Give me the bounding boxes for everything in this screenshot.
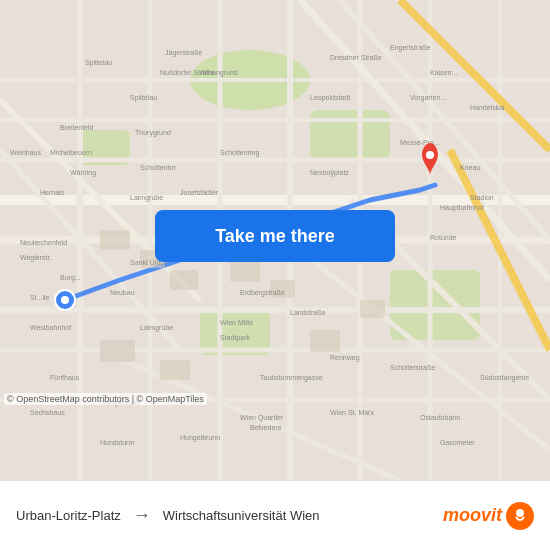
- direction-arrow-icon: →: [133, 505, 151, 526]
- svg-text:Rennweg: Rennweg: [330, 354, 360, 362]
- svg-text:Handelskai: Handelskai: [470, 104, 505, 111]
- svg-text:Spittelau: Spittelau: [130, 94, 157, 102]
- svg-text:Laimgrube: Laimgrube: [140, 324, 173, 332]
- svg-text:Landstraße: Landstraße: [290, 309, 326, 316]
- svg-rect-3: [390, 270, 480, 340]
- svg-text:Ostautobahn: Ostautobahn: [420, 414, 460, 421]
- svg-text:Stadtpark: Stadtpark: [220, 334, 250, 342]
- svg-text:Hauptbahnhof: Hauptbahnhof: [440, 204, 484, 212]
- svg-rect-35: [100, 340, 135, 362]
- svg-text:Michelbeuern: Michelbeuern: [50, 149, 92, 156]
- svg-text:Belvedere: Belvedere: [250, 424, 282, 431]
- svg-text:Neulerchenfeld: Neulerchenfeld: [20, 239, 67, 246]
- svg-text:Josefstädter: Josefstädter: [180, 189, 219, 196]
- svg-rect-37: [310, 330, 340, 352]
- destination-label: Wirtschaftsuniversität Wien: [163, 508, 320, 523]
- svg-text:Schottentor: Schottentor: [140, 164, 176, 171]
- svg-text:Nestroÿplatz: Nestroÿplatz: [310, 169, 349, 177]
- svg-rect-33: [230, 260, 260, 282]
- svg-text:Laimgrube: Laimgrube: [130, 194, 163, 202]
- svg-point-99: [516, 509, 524, 517]
- map-attribution: © OpenStreetMap contributors | © OpenMap…: [4, 393, 207, 405]
- svg-text:St...lle: St...lle: [30, 294, 50, 301]
- bottom-bar: Urban-Loritz-Platz → Wirtschaftsuniversi…: [0, 480, 550, 550]
- svg-text:Schüttelstraße: Schüttelstraße: [390, 364, 435, 371]
- svg-text:Thurygrund: Thurygrund: [135, 129, 171, 137]
- svg-text:Breitenfeld: Breitenfeld: [60, 124, 94, 131]
- svg-text:Gasometer: Gasometer: [440, 439, 475, 446]
- svg-text:Leopoldstadt: Leopoldstadt: [310, 94, 350, 102]
- svg-text:Fünfhaus: Fünfhaus: [50, 374, 80, 381]
- svg-text:Taubstummengasse: Taubstummengasse: [260, 374, 323, 382]
- svg-text:Neubau: Neubau: [110, 289, 135, 296]
- take-me-there-button[interactable]: Take me there: [155, 210, 395, 262]
- svg-rect-32: [170, 270, 198, 290]
- svg-text:Schottenring: Schottenring: [220, 149, 259, 157]
- svg-rect-30: [100, 230, 130, 250]
- svg-text:Dresdner Straße: Dresdner Straße: [330, 54, 382, 61]
- svg-text:Erdbergstraße: Erdbergstraße: [240, 289, 285, 297]
- svg-text:Sechshaus: Sechshaus: [30, 409, 65, 416]
- moovit-text: moovit: [443, 505, 502, 526]
- svg-text:Stadion: Stadion: [470, 194, 494, 201]
- svg-text:Kaiserr...: Kaiserr...: [430, 69, 458, 76]
- moovit-logo: moovit: [443, 502, 534, 530]
- svg-rect-36: [160, 360, 190, 380]
- svg-text:Westbahnhof: Westbahnhof: [30, 324, 71, 331]
- svg-text:Hundsturm: Hundsturm: [100, 439, 134, 446]
- svg-text:Engertstraße: Engertstraße: [390, 44, 431, 52]
- svg-text:Rotunde: Rotunde: [430, 234, 457, 241]
- svg-text:Nußdorfer Straße: Nußdorfer Straße: [160, 69, 215, 76]
- svg-text:Weinhaus: Weinhaus: [10, 149, 42, 156]
- svg-text:Weglerstr.: Weglerstr.: [20, 254, 51, 262]
- svg-text:Jägerstraße: Jägerstraße: [165, 49, 202, 57]
- moovit-icon: [506, 502, 534, 530]
- svg-text:Wien Mitte: Wien Mitte: [220, 319, 253, 326]
- svg-text:Wien Quartier: Wien Quartier: [240, 414, 284, 422]
- svg-text:Wien St. Marx: Wien St. Marx: [330, 409, 374, 416]
- svg-text:Krieau: Krieau: [460, 164, 480, 171]
- svg-point-98: [426, 151, 434, 159]
- svg-text:Währing: Währing: [70, 169, 96, 177]
- svg-rect-2: [310, 110, 390, 160]
- svg-rect-38: [360, 300, 385, 318]
- svg-text:Burg...: Burg...: [60, 274, 81, 282]
- map-container: Josefstädter Schottenring Währing Spitte…: [0, 0, 550, 480]
- svg-text:Südosttangente: Südosttangente: [480, 374, 529, 382]
- svg-text:Spittelau: Spittelau: [85, 59, 112, 67]
- svg-text:Hungelbrunn: Hungelbrunn: [180, 434, 220, 442]
- svg-text:Hernals: Hernals: [40, 189, 65, 196]
- svg-text:Vorgarten...: Vorgarten...: [410, 94, 446, 102]
- svg-text:Rosens...: Rosens...: [430, 0, 460, 1]
- origin-label: Urban-Loritz-Platz: [16, 508, 121, 523]
- svg-point-97: [61, 296, 69, 304]
